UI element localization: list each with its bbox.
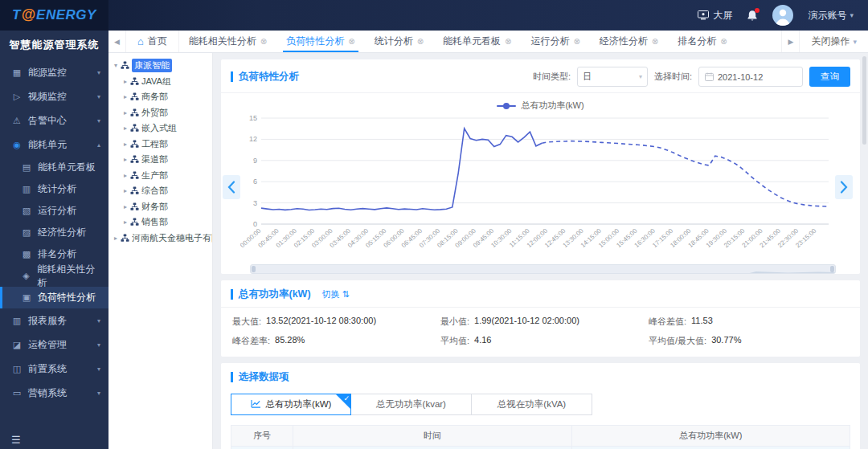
data-item-tab-总视在功率(kVA)[interactable]: 总视在功率(kVA) [472,394,592,415]
tree-node-河南航天金穗电子有限公[interactable]: ▸河南航天金穗电子有限公 [112,231,212,247]
table-row[interactable]: 12021-10-12 00:00:002.26 [231,447,850,449]
sidebar-item-能耗相关性分析[interactable]: ◈能耗相关性分析 [0,265,108,287]
tab-home[interactable]: ⌂ 首页 [126,31,179,52]
stats-title: 总有功功率(kW) [239,288,311,301]
legend-marker-icon [497,105,516,107]
sidebar-item-label: 统计分析 [38,182,76,196]
tab-排名分析[interactable]: 排名分析⊗ [668,31,736,52]
sidebar-item-1[interactable]: ▷视频监控▾ [0,84,108,108]
data-zoom-slider[interactable] [250,264,836,274]
sidebar-item-经济性分析[interactable]: ▨经济性分析 [0,222,108,243]
tree-node-label: 河南航天金穗电子有限公 [132,232,212,244]
expander-closed-icon[interactable]: ▸ [121,141,129,148]
avatar[interactable] [772,5,793,26]
sidebar-item-2[interactable]: ⚠告警中心▾ [0,108,108,133]
expander-closed-icon[interactable]: ▸ [121,156,129,163]
tab-close-icon[interactable]: ⊗ [573,37,579,46]
data-item-tab-总无功功率(kvar)[interactable]: 总无功功率(kvar) [351,394,472,415]
expander-closed-icon[interactable]: ▸ [121,218,129,226]
tree-node-label: 嵌入式组 [141,122,177,134]
tab-能耗单元看板[interactable]: 能耗单元看板⊗ [433,31,521,52]
expander-closed-icon[interactable]: ▸ [112,235,120,242]
zoom-preview [251,268,835,274]
tab-运行分析[interactable]: 运行分析⊗ [521,31,589,52]
tab-close-icon[interactable]: ⊗ [417,37,424,46]
accent-bar [231,289,233,300]
tab-close-icon[interactable]: ⊗ [652,37,658,46]
sidebar-item-label: 经济性分析 [38,226,86,239]
tabs-scroll-right-icon[interactable]: ▶ [781,31,799,52]
sidebar-item-label: 告警中心 [28,114,67,128]
tree-node-外贸部[interactable]: ▸外贸部 [112,105,212,121]
expander-closed-icon[interactable]: ▸ [121,187,129,194]
expander-closed-icon[interactable]: ▸ [121,109,129,116]
tree-node-工程部[interactable]: ▸工程部 [112,137,212,153]
tab-close-icon[interactable]: ⊗ [505,37,511,46]
tab-close-icon[interactable]: ⊗ [260,37,267,46]
notification-bell-icon[interactable] [747,10,758,22]
menu-collapse-icon[interactable]: ☰ [11,434,21,446]
main-scrollbar[interactable] [862,56,866,145]
zoom-handle-left[interactable] [252,266,256,272]
load-analysis-card: 负荷特性分析 时间类型: 日 ▾ 选择时间: 2021-10-12 查询 [221,59,860,274]
expander-closed-icon[interactable]: ▸ [121,93,129,100]
tabs-scroll-left-icon[interactable]: ◀ [108,31,126,52]
tab-统计分析[interactable]: 统计分析⊗ [365,31,433,52]
tab-close-icon[interactable]: ⊗ [720,37,727,46]
query-button[interactable]: 查询 [809,67,850,87]
sidebar-item-6[interactable]: ◫前置系统▾ [0,357,108,381]
table-cell: 2021-10-12 00:00:00 [293,447,572,449]
tree-node-嵌入式组[interactable]: ▸嵌入式组 [112,120,212,137]
date-picker[interactable]: 2021-10-12 [698,67,803,87]
sidebar-item-7[interactable]: ▭营销系统▾ [0,381,108,405]
expander-closed-icon[interactable]: ▸ [121,78,129,85]
switch-series-link[interactable]: 切换 ⇅ [322,288,350,300]
tab-经济性分析[interactable]: 经济性分析⊗ [590,31,668,52]
data-select-card: 选择数据项 总有功功率(kW)✓总无功功率(kvar)总视在功率(kVA) 序号… [221,363,860,449]
tab-负荷特性分析[interactable]: 负荷特性分析⊗ [276,31,364,52]
tab-label: 能耗单元看板 [443,35,501,48]
expander-open-icon[interactable]: ▾ [112,62,120,69]
tree-node-渠道部[interactable]: ▸渠道部 [112,152,212,168]
tree-node-JAVA组[interactable]: ▸JAVA组 [112,74,212,90]
line-chart[interactable]: 0369121500:00:0000:45:0001:30:0002:15:00… [240,112,835,263]
tab-label: 负荷特性分析 [286,35,344,48]
chart-prev-button[interactable] [223,175,240,199]
sidebar-item-5[interactable]: ◪运检管理▾ [0,333,108,357]
chevron-down-icon: ▾ [97,390,100,397]
expander-closed-icon[interactable]: ▸ [121,172,129,179]
data-item-tab-总有功功率(kW)[interactable]: 总有功功率(kW)✓ [231,394,351,415]
date-value: 2021-10-12 [718,72,763,82]
sidebar-item-统计分析[interactable]: ▥统计分析 [0,178,108,200]
sidebar-item-label: 视频监控 [28,90,67,104]
tree-node-综合部[interactable]: ▸综合部 [112,183,212,199]
expander-closed-icon[interactable]: ▸ [121,124,129,132]
expander-closed-icon[interactable]: ▸ [121,203,129,210]
tree-node-label: 商务部 [141,91,168,103]
tree-node-销售部[interactable]: ▸销售部 [112,214,212,231]
sidebar-item-0[interactable]: ▦能源监控▾ [0,60,108,84]
close-operations-menu[interactable]: 关闭操作 ▾ [799,31,868,52]
chart-legend[interactable]: 总有功功率(kW) [221,93,860,112]
tree-node-商务部[interactable]: ▸商务部 [112,89,212,105]
data-item-label: 总有功功率(kW) [266,398,332,410]
stat-label: 最小值: [440,316,469,328]
account-menu[interactable]: 演示账号 ▾ [808,9,854,22]
tree-node-财务部[interactable]: ▸财务部 [112,199,212,215]
svg-text:12: 12 [249,135,257,143]
chevron-down-icon: ▾ [97,69,100,76]
tab-close-icon[interactable]: ⊗ [348,37,354,46]
zoom-handle-right[interactable] [830,266,834,272]
sidebar-item-运行分析[interactable]: ▧运行分析 [0,200,108,222]
sidebar-item-能耗单元看板[interactable]: ▤能耗单元看板 [0,157,108,178]
tree-node-生产部[interactable]: ▸生产部 [112,168,212,184]
time-type-select[interactable]: 日 ▾ [577,67,648,87]
org-node-icon [130,202,139,211]
tree-node-康派智能[interactable]: ▾康派智能 [112,58,212,74]
sidebar-item-负荷特性分析[interactable]: ▣负荷特性分析 [0,287,108,308]
big-screen-button[interactable]: 大屏 [698,9,732,22]
sidebar-item-3[interactable]: ◉能耗单元▴ [0,133,108,157]
sidebar-item-4[interactable]: ▥报表服务▾ [0,308,108,333]
tab-能耗相关性分析[interactable]: 能耗相关性分析⊗ [179,31,276,52]
chart-next-button[interactable] [835,175,853,199]
